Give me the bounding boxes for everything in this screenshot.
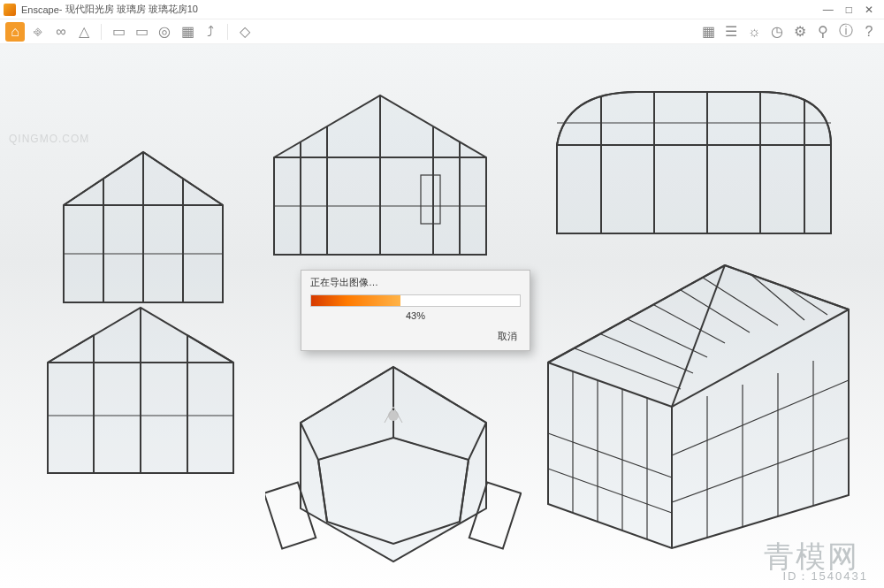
structure-conservatory <box>495 248 875 566</box>
cancel-button[interactable]: 取消 <box>498 331 517 341</box>
close-button[interactable]: ✕ <box>865 4 873 16</box>
clock-icon[interactable]: ◷ <box>767 22 787 42</box>
layers-icon[interactable]: ☰ <box>721 22 741 42</box>
structure-hexagon <box>265 354 522 575</box>
structure-gable-mid <box>248 78 513 281</box>
app-name: Enscape <box>21 4 59 15</box>
structure-gable-left <box>21 292 260 495</box>
watermark-id: ID：1540431 <box>782 569 868 584</box>
pin-icon[interactable]: ⚲ <box>813 22 833 42</box>
svg-point-43 <box>388 410 399 421</box>
settings-icon[interactable]: ⚙ <box>790 22 810 42</box>
svg-marker-48 <box>548 265 849 548</box>
light-icon[interactable]: ☼ <box>744 22 764 42</box>
upload-icon[interactable]: ⤴ <box>201 22 220 42</box>
progress-percent: 43% <box>301 309 530 326</box>
title-suffix: - 现代阳光房 玻璃房 玻璃花房10 <box>59 3 198 16</box>
help-icon[interactable]: ? <box>859 22 879 42</box>
panorama-icon[interactable]: ◎ <box>155 22 174 42</box>
structure-curved-roof <box>530 65 849 260</box>
tag-icon[interactable]: ◇ <box>235 22 255 42</box>
progress-fill <box>311 295 400 306</box>
link-icon[interactable]: ⎆ <box>28 22 48 42</box>
vr-icon[interactable]: ∞ <box>51 22 71 42</box>
render-viewport[interactable]: QINGMO.COM <box>0 44 884 588</box>
export-icon[interactable]: ▦ <box>178 22 197 42</box>
info-icon[interactable]: ⓘ <box>836 22 856 42</box>
grid-icon[interactable]: ▦ <box>698 22 718 42</box>
home-icon[interactable]: ⌂ <box>5 22 25 42</box>
alert-icon[interactable]: △ <box>74 22 94 42</box>
doc-icon[interactable]: ▭ <box>109 22 128 42</box>
app-icon <box>4 4 16 16</box>
titlebar: Enscape - 现代阳光房 玻璃房 玻璃花房10 — □ ✕ <box>0 0 884 19</box>
dialog-title: 正在导出图像… <box>301 271 530 291</box>
video-icon[interactable]: ▭ <box>132 22 151 42</box>
minimize-button[interactable]: — <box>823 4 834 16</box>
window-controls: — □ ✕ <box>823 4 880 16</box>
export-dialog: 正在导出图像… 43% 取消 <box>301 270 530 351</box>
progress-bar <box>310 294 521 307</box>
toolbar: ⌂⎆∞△▭▭◎▦⤴◇ ▦☰☼◷⚙⚲ⓘ? <box>0 19 884 44</box>
maximize-button[interactable]: □ <box>846 4 852 16</box>
